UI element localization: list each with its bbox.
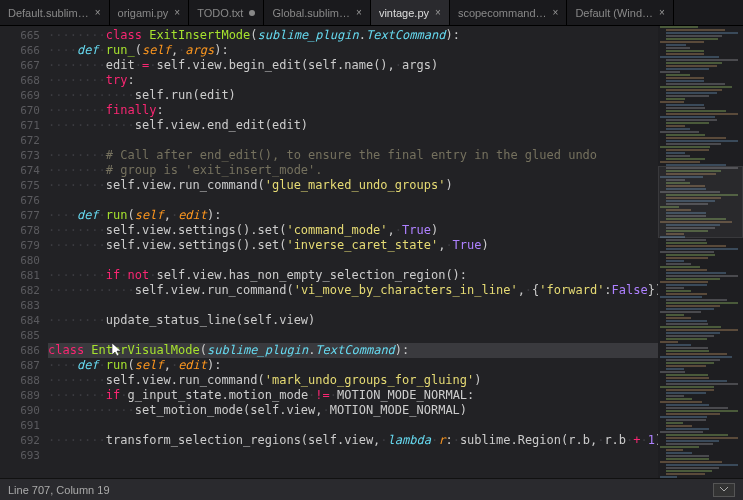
code-line[interactable]: ············self.view.run_command('vi_mo… [48, 283, 658, 298]
code-line[interactable]: ········self.view.settings().set('invers… [48, 238, 658, 253]
code-line[interactable]: ····def·run(self,·edit): [48, 358, 658, 373]
code-line[interactable] [48, 448, 658, 463]
code-line[interactable]: ········# Call after end_edit(), to ensu… [48, 148, 658, 163]
tab-bar: Default.sublim…×origami.py×TODO.txtGloba… [0, 0, 743, 26]
code-line[interactable]: ········if·g_input_state.motion_mode·!=·… [48, 388, 658, 403]
code-line[interactable]: ········self.view.run_command('glue_mark… [48, 178, 658, 193]
code-line[interactable]: ········class ExitInsertMode(sublime_plu… [48, 28, 658, 43]
tab-label: Default (Wind… [575, 7, 653, 19]
code-line[interactable] [48, 328, 658, 343]
tab-label: origami.py [118, 7, 169, 19]
tab-5[interactable]: scopecommand…× [450, 0, 568, 25]
code-line[interactable]: ········finally: [48, 103, 658, 118]
minimap-viewport[interactable] [658, 166, 743, 238]
close-icon[interactable]: × [659, 7, 665, 18]
code-line[interactable]: ········edit·=·self.view.begin_edit(self… [48, 58, 658, 73]
code-line[interactable]: class·EnterVisualMode(sublime_plugin.Tex… [48, 343, 658, 358]
code-line[interactable]: ············self.run(edit) [48, 88, 658, 103]
tab-label: scopecommand… [458, 7, 547, 19]
close-icon[interactable]: × [435, 7, 441, 18]
code-line[interactable]: ····def·run_(self,·args): [48, 43, 658, 58]
code-line[interactable] [48, 193, 658, 208]
close-icon[interactable]: × [174, 7, 180, 18]
code-line[interactable]: ········self.view.run_command('mark_undo… [48, 373, 658, 388]
tab-label: Global.sublim… [272, 7, 350, 19]
code-line[interactable]: ····def·run(self,·edit): [48, 208, 658, 223]
close-icon[interactable]: × [95, 7, 101, 18]
code-line[interactable]: ········self.view.settings().set('comman… [48, 223, 658, 238]
code-line[interactable] [48, 418, 658, 433]
editor: 6656666676686696706716726736746756766776… [0, 26, 743, 478]
dirty-indicator-icon [249, 10, 255, 16]
tab-3[interactable]: Global.sublim…× [264, 0, 370, 25]
tab-label: vintage.py [379, 7, 429, 19]
code-line[interactable] [48, 298, 658, 313]
code-line[interactable]: ············self.view.end_edit(edit) [48, 118, 658, 133]
status-dropdown[interactable] [713, 483, 735, 497]
code-line[interactable]: ········try: [48, 73, 658, 88]
code-line[interactable] [48, 253, 658, 268]
tab-1[interactable]: origami.py× [110, 0, 190, 25]
tab-4[interactable]: vintage.py× [371, 0, 450, 25]
minimap[interactable] [658, 26, 743, 478]
chevron-down-icon [720, 487, 728, 492]
code-line[interactable]: ············set_motion_mode(self.view,·M… [48, 403, 658, 418]
code-line[interactable]: ········if·not·self.view.has_non_empty_s… [48, 268, 658, 283]
code-area[interactable]: ········class ExitInsertMode(sublime_plu… [48, 26, 658, 478]
tab-2[interactable]: TODO.txt [189, 0, 264, 25]
code-line[interactable]: ········transform_selection_regions(self… [48, 433, 658, 448]
tab-6[interactable]: Default (Wind…× [567, 0, 673, 25]
status-bar: Line 707, Column 19 [0, 478, 743, 500]
status-position: Line 707, Column 19 [8, 484, 110, 496]
tab-label: TODO.txt [197, 7, 243, 19]
tab-label: Default.sublim… [8, 7, 89, 19]
line-number-gutter: 6656666676686696706716726736746756766776… [0, 26, 48, 478]
tab-0[interactable]: Default.sublim…× [0, 0, 110, 25]
close-icon[interactable]: × [553, 7, 559, 18]
close-icon[interactable]: × [356, 7, 362, 18]
code-line[interactable] [48, 133, 658, 148]
code-line[interactable]: ········# group is 'exit_insert_mode'. [48, 163, 658, 178]
code-line[interactable]: ········update_status_line(self.view) [48, 313, 658, 328]
